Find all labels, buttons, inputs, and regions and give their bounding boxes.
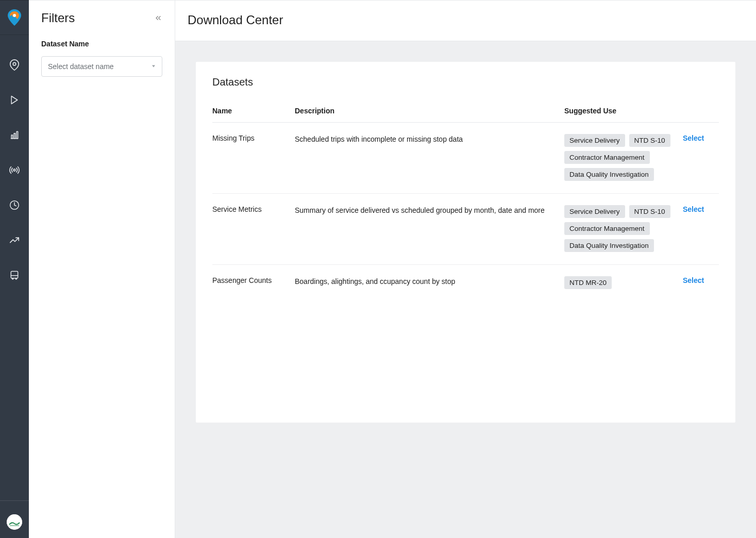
collapse-sidebar-button[interactable] — [154, 14, 162, 22]
chevron-double-left-icon — [154, 14, 162, 22]
page-title: Download Center — [188, 13, 744, 27]
column-header-name: Name — [212, 98, 295, 123]
svg-marker-14 — [152, 65, 155, 68]
dataset-name-label: Dataset Name — [41, 40, 162, 48]
dataset-suggested-use: Service DeliveryNTD S-10Contractor Manag… — [564, 194, 683, 265]
svg-point-11 — [12, 278, 13, 279]
dataset-description: Boardings, alightings, and ccupancy coun… — [295, 265, 564, 302]
svg-rect-9 — [11, 272, 18, 278]
filters-title: Filters — [41, 11, 75, 25]
rail-divider — [0, 500, 29, 501]
nav-rail — [0, 0, 29, 538]
tag: Service Delivery — [564, 205, 625, 218]
play-icon[interactable] — [0, 92, 29, 108]
svg-point-0 — [13, 14, 16, 17]
svg-rect-5 — [14, 133, 15, 139]
table-row: Service MetricsSummary of service delive… — [212, 194, 719, 265]
chevron-down-icon — [150, 62, 157, 71]
tag: Service Delivery — [564, 134, 625, 147]
table-row: Passenger CountsBoardings, alightings, a… — [212, 265, 719, 302]
tag: NTD MR-20 — [564, 276, 612, 289]
main-content: Download Center Datasets Name Descriptio… — [175, 0, 756, 538]
clock-icon[interactable] — [0, 197, 29, 213]
tag: Data Quality Investigation — [564, 168, 654, 181]
select-button[interactable]: Select — [683, 134, 704, 142]
column-header-action — [683, 98, 719, 123]
bar-chart-icon[interactable] — [0, 127, 29, 143]
tag: NTD S-10 — [629, 205, 670, 218]
svg-rect-4 — [11, 135, 13, 139]
app-logo — [0, 0, 29, 35]
svg-point-1 — [13, 62, 16, 65]
card-title: Datasets — [212, 76, 719, 88]
svg-rect-6 — [16, 131, 18, 138]
bus-icon[interactable] — [0, 267, 29, 283]
dataset-name-select[interactable]: Select dataset name — [41, 56, 162, 77]
svg-point-12 — [15, 278, 17, 279]
broadcast-icon[interactable] — [0, 162, 29, 178]
dataset-name-placeholder: Select dataset name — [48, 62, 114, 71]
tag: Contractor Management — [564, 151, 650, 164]
dataset-description: Scheduled trips with incomplete or missi… — [295, 123, 564, 194]
dataset-name: Service Metrics — [212, 194, 295, 265]
column-header-description: Description — [295, 98, 564, 123]
tag: NTD S-10 — [629, 134, 670, 147]
svg-marker-2 — [11, 96, 18, 104]
map-pin-icon[interactable] — [0, 57, 29, 73]
dataset-name: Missing Trips — [212, 123, 295, 194]
svg-point-13 — [7, 514, 22, 530]
tag: Data Quality Investigation — [564, 239, 654, 252]
table-row: Missing TripsScheduled trips with incomp… — [212, 123, 719, 194]
user-avatar[interactable] — [7, 514, 22, 530]
svg-point-7 — [13, 169, 15, 171]
select-button[interactable]: Select — [683, 276, 704, 284]
dataset-name: Passenger Counts — [212, 265, 295, 302]
select-button[interactable]: Select — [683, 205, 704, 213]
dataset-suggested-use: Service DeliveryNTD S-10Contractor Manag… — [564, 123, 683, 194]
trending-up-icon[interactable] — [0, 232, 29, 248]
column-header-suggested: Suggested Use — [564, 98, 683, 123]
datasets-table: Name Description Suggested Use Missing T… — [212, 98, 719, 301]
filters-sidebar: Filters Dataset Name Select dataset name — [29, 0, 175, 538]
datasets-card: Datasets Name Description Suggested Use … — [196, 62, 735, 423]
page-header: Download Center — [175, 1, 756, 41]
dataset-suggested-use: NTD MR-20 — [564, 265, 683, 302]
tag: Contractor Management — [564, 222, 650, 235]
dataset-description: Summary of service delivered vs schedule… — [295, 194, 564, 265]
